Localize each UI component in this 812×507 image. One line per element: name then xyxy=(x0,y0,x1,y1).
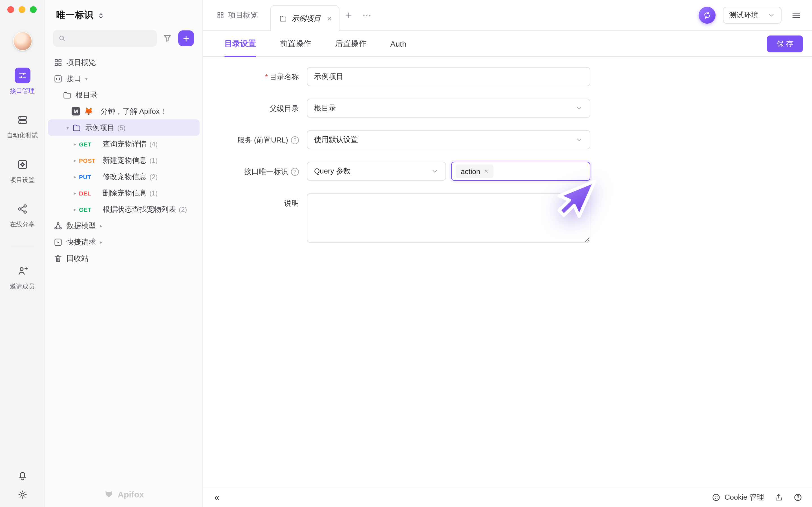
search-input[interactable] xyxy=(69,34,152,43)
tree-item-sample-project[interactable]: ▾ 示例项目 (5) xyxy=(48,119,200,136)
apifox-logo-text: Apifox xyxy=(117,489,144,499)
select-value: Query 参数 xyxy=(314,166,351,176)
rail-item-label: 自动化测试 xyxy=(7,131,38,140)
collapse-sidebar-icon[interactable]: « xyxy=(214,492,219,502)
description-textarea[interactable] xyxy=(307,193,591,243)
tab-bar: 项目概览 示例项目 × + ⋯ 测试环境 xyxy=(203,0,812,31)
tab-project-overview[interactable]: 项目概览 xyxy=(211,10,263,20)
service-base-url-select[interactable]: 使用默认设置 xyxy=(307,130,591,149)
tree-item-recycle-bin[interactable]: 回收站 xyxy=(45,250,202,267)
tree-item-label: 🦊一分钟，了解 Apifox！ xyxy=(84,106,167,116)
save-button[interactable]: 保 存 xyxy=(767,35,803,52)
zoom-window-button[interactable] xyxy=(30,6,37,13)
rail-item-label: 项目设置 xyxy=(10,176,35,184)
chevron-down-icon xyxy=(431,167,439,175)
tab-pre-operations[interactable]: 前置操作 xyxy=(280,31,311,56)
tab-label: 示例项目 xyxy=(292,13,321,23)
chevron-right-icon[interactable]: ▸ xyxy=(71,158,79,163)
project-switcher[interactable]: 唯一标识 xyxy=(45,0,202,21)
remove-tag-icon[interactable]: × xyxy=(484,167,488,175)
tree-item-post-create-pet[interactable]: ▸ POST 新建宠物信息 (1) xyxy=(45,152,202,168)
cookie-manager-button[interactable]: Cookie 管理 xyxy=(712,492,764,502)
chevron-right-icon[interactable]: ▸ xyxy=(100,239,102,245)
close-tab-icon[interactable]: × xyxy=(327,14,332,23)
subtab-label: Auth xyxy=(390,39,407,48)
parent-folder-select[interactable]: 根目录 xyxy=(307,99,591,118)
sync-button[interactable] xyxy=(699,7,716,24)
tree-item-apis[interactable]: 接口 ▾ xyxy=(45,70,202,87)
tree-item-data-models[interactable]: 数据模型 ▸ xyxy=(45,217,202,234)
project-settings-icon xyxy=(14,157,30,172)
tree-item-get-pets-by-status[interactable]: ▸ GET 根据状态查找宠物列表 (2) xyxy=(45,201,202,217)
add-button[interactable]: + xyxy=(178,31,194,46)
rail-item-label: 接口管理 xyxy=(10,87,35,95)
folder-name-input[interactable] xyxy=(314,72,583,81)
tree-item-label: 数据模型 xyxy=(66,221,96,231)
minimize-window-button[interactable] xyxy=(18,6,26,13)
tab-post-operations[interactable]: 后置操作 xyxy=(335,31,366,56)
tree-item-count: (1) xyxy=(149,156,158,164)
rail-item-project-settings[interactable]: 项目设置 xyxy=(10,157,35,184)
tree-item-intro-doc[interactable]: M 🦊一分钟，了解 Apifox！ xyxy=(45,103,202,119)
api-tree: 项目概览 接口 ▾ 根目录 M 🦊一分钟，了解 Apifox！ ▾ 示例项目 (… xyxy=(45,54,202,507)
tree-item-label: 查询宠物详情 xyxy=(103,139,147,149)
param-tag: action × xyxy=(456,165,493,178)
settings-gear-icon[interactable] xyxy=(17,489,28,500)
close-window-button[interactable] xyxy=(7,6,14,13)
tree-item-root-folder[interactable]: 根目录 xyxy=(45,87,202,103)
tree-item-del-delete-pet[interactable]: ▸ DEL 删除宠物信息 (1) xyxy=(45,185,202,201)
rail-item-online-share[interactable]: 在线分享 xyxy=(10,201,35,229)
rail-item-api-management[interactable]: 接口管理 xyxy=(10,68,35,95)
tree-item-quick-request[interactable]: 快捷请求 ▸ xyxy=(45,234,202,250)
chevron-right-icon[interactable]: ▸ xyxy=(71,190,79,196)
chevron-right-icon[interactable]: ▸ xyxy=(71,207,79,212)
form-row-folder-name: *目录名称 xyxy=(203,67,812,86)
chevron-down-icon[interactable]: ▾ xyxy=(64,125,71,130)
rail-item-invite-member[interactable]: 邀请成员 xyxy=(10,263,35,291)
tree-item-label: 根据状态查找宠物列表 xyxy=(103,204,176,214)
environment-select[interactable]: 测试环境 xyxy=(723,7,781,24)
more-tabs-icon[interactable]: ⋯ xyxy=(358,10,377,20)
required-asterisk: * xyxy=(265,73,268,81)
tree-item-get-pet-detail[interactable]: ▸ GET 查询宠物详情 (4) xyxy=(45,136,202,152)
tree-item-put-update-pet[interactable]: ▸ PUT 修改宠物信息 (2) xyxy=(45,168,202,185)
tab-folder-settings[interactable]: 目录设置 xyxy=(224,31,256,56)
tree-item-label: 示例项目 xyxy=(85,122,114,133)
filter-icon[interactable] xyxy=(163,34,172,43)
subtab-label: 后置操作 xyxy=(335,39,366,49)
chevron-down-icon xyxy=(575,104,583,112)
sidebar-toolbar: + xyxy=(45,21,202,47)
search-box[interactable] xyxy=(53,30,157,47)
identity-type-select[interactable]: Query 参数 xyxy=(307,162,446,181)
environment-value: 测试环境 xyxy=(729,10,758,20)
notifications-bell-icon[interactable] xyxy=(17,470,28,481)
select-value: 使用默认设置 xyxy=(314,135,358,145)
rail-item-automated-testing[interactable]: 自动化测试 xyxy=(7,112,38,140)
chevron-right-icon[interactable]: ▸ xyxy=(100,223,102,228)
menu-icon[interactable] xyxy=(789,8,804,22)
rail-item-label: 在线分享 xyxy=(10,220,35,229)
tab-auth[interactable]: Auth xyxy=(390,31,407,56)
tree-item-label: 新建宠物信息 xyxy=(103,155,147,165)
tree-item-count: (2) xyxy=(149,173,158,180)
method-badge: GET xyxy=(79,140,103,147)
new-tab-button[interactable]: + xyxy=(340,9,358,21)
tree-item-project-overview[interactable]: 项目概览 xyxy=(45,54,202,70)
tab-sample-project-active[interactable]: 示例项目 × xyxy=(270,5,340,31)
chevron-down-icon[interactable]: ▾ xyxy=(85,76,88,81)
help-icon[interactable]: ? xyxy=(291,136,299,144)
subtab-label: 前置操作 xyxy=(280,39,311,49)
tree-item-label: 项目概览 xyxy=(66,57,96,67)
export-share-icon[interactable] xyxy=(774,493,783,502)
method-badge: DEL xyxy=(79,189,103,196)
chevron-right-icon[interactable]: ▸ xyxy=(71,174,79,179)
identity-params-tag-input[interactable]: action × xyxy=(451,162,591,181)
chevron-right-icon[interactable]: ▸ xyxy=(71,141,79,147)
rail-divider xyxy=(11,245,34,246)
user-avatar[interactable] xyxy=(13,32,32,51)
help-icon[interactable] xyxy=(794,493,802,502)
help-icon[interactable]: ? xyxy=(291,168,299,176)
grid-icon xyxy=(53,57,63,67)
form-row-parent-folder: 父级目录 根目录 xyxy=(203,99,812,118)
automated-testing-icon xyxy=(14,112,30,128)
